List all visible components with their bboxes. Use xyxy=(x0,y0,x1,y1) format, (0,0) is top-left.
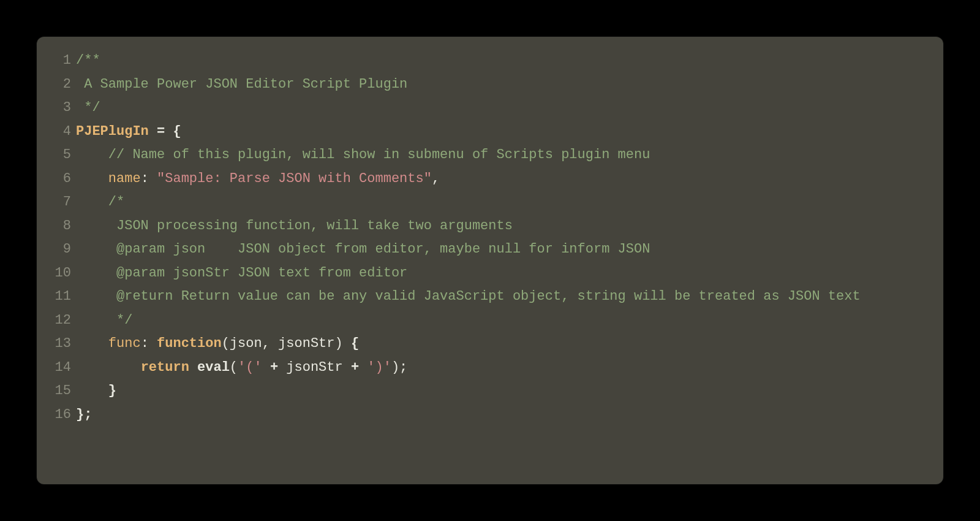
token-plain xyxy=(76,289,108,304)
line-content[interactable]: func: function(json, jsonStr) { xyxy=(75,332,929,356)
token-plain: ); xyxy=(391,360,407,375)
token-plain xyxy=(76,313,108,328)
line-number: 11 xyxy=(51,285,75,309)
token-param: jsonStr xyxy=(278,336,334,351)
code-line[interactable]: 16}; xyxy=(51,403,929,427)
line-number: 13 xyxy=(51,332,75,356)
token-comment: @param jsonStr JSON text from editor xyxy=(108,265,407,281)
line-content[interactable]: */ xyxy=(75,96,929,120)
token-op: + xyxy=(270,360,278,375)
line-content[interactable]: return eval('(' + jsonStr + ')'); xyxy=(75,356,929,380)
token-op: + xyxy=(351,360,359,375)
line-number: 5 xyxy=(51,143,75,167)
token-comment: A Sample Power JSON Editor Script Plugin xyxy=(76,77,407,92)
token-plain: , xyxy=(262,336,278,351)
code-line[interactable]: 3 */ xyxy=(51,96,929,120)
line-content[interactable]: /* xyxy=(75,191,929,215)
token-punc: { xyxy=(351,336,359,351)
token-plain: : xyxy=(141,336,157,351)
code-line[interactable]: 14 return eval('(' + jsonStr + ')'); xyxy=(51,356,929,380)
token-comment: // Name of this plugin, will show in sub… xyxy=(108,147,650,162)
line-content[interactable]: PJEPlugIn = { xyxy=(75,120,929,144)
token-plain xyxy=(149,124,157,139)
token-kw: return xyxy=(141,360,189,375)
code-line[interactable]: 13 func: function(json, jsonStr) { xyxy=(51,332,929,356)
token-string: '(' xyxy=(238,360,262,375)
line-number: 16 xyxy=(51,403,75,427)
token-plain xyxy=(76,265,108,281)
token-key: name xyxy=(108,171,141,186)
token-comment: */ xyxy=(76,100,100,115)
token-plain xyxy=(76,218,108,234)
token-fn: eval xyxy=(197,360,230,375)
token-plain: ) xyxy=(335,336,351,351)
code-block[interactable]: 1/**2 A Sample Power JSON Editor Script … xyxy=(51,49,929,427)
token-comment: JSON processing function, will take two … xyxy=(108,218,513,234)
line-content[interactable]: @return Return value can be any valid Ja… xyxy=(75,285,929,309)
token-plain: : xyxy=(141,171,157,186)
line-number: 15 xyxy=(51,379,75,403)
token-plain: jsonStr xyxy=(278,360,351,375)
token-plain xyxy=(262,360,270,375)
token-plain xyxy=(76,360,141,375)
line-content[interactable]: JSON processing function, will take two … xyxy=(75,215,929,238)
line-number: 2 xyxy=(51,73,75,97)
code-editor-panel[interactable]: 1/**2 A Sample Power JSON Editor Script … xyxy=(37,37,943,484)
token-key: func xyxy=(108,336,141,351)
line-content[interactable]: } xyxy=(75,379,929,403)
code-line[interactable]: 4PJEPlugIn = { xyxy=(51,120,929,144)
line-content[interactable]: @param json JSON object from editor, may… xyxy=(75,238,929,262)
token-plain xyxy=(76,241,108,257)
code-line[interactable]: 9 @param json JSON object from editor, m… xyxy=(51,238,929,262)
token-op: = xyxy=(157,124,165,139)
token-kw: function xyxy=(157,336,222,351)
code-line[interactable]: 15 } xyxy=(51,379,929,403)
code-line[interactable]: 11 @return Return value can be any valid… xyxy=(51,285,929,309)
line-number: 6 xyxy=(51,167,75,191)
code-line[interactable]: 2 A Sample Power JSON Editor Script Plug… xyxy=(51,73,929,97)
line-number: 9 xyxy=(51,238,75,262)
token-comment: /** xyxy=(76,53,100,68)
token-plain xyxy=(76,147,108,162)
code-line[interactable]: 10 @param jsonStr JSON text from editor xyxy=(51,262,929,286)
code-line[interactable]: 5 // Name of this plugin, will show in s… xyxy=(51,143,929,167)
token-plain: , xyxy=(432,171,440,186)
code-line[interactable]: 8 JSON processing function, will take tw… xyxy=(51,215,929,238)
code-line[interactable]: 12 */ xyxy=(51,309,929,333)
line-content[interactable]: A Sample Power JSON Editor Script Plugin xyxy=(75,73,929,97)
line-number: 12 xyxy=(51,309,75,333)
token-comment: /* xyxy=(108,194,124,210)
line-number: 4 xyxy=(51,120,75,144)
token-plain: ( xyxy=(230,360,238,375)
token-plain xyxy=(76,383,108,398)
line-content[interactable]: /** xyxy=(75,49,929,73)
token-ident: PJEPlugIn xyxy=(76,124,149,139)
token-plain xyxy=(76,336,108,351)
line-content[interactable]: @param jsonStr JSON text from editor xyxy=(75,262,929,286)
code-line[interactable]: 1/** xyxy=(51,49,929,73)
token-comment: */ xyxy=(108,313,133,328)
token-comment: @return Return value can be any valid Ja… xyxy=(108,289,861,304)
token-punc: }; xyxy=(76,407,92,422)
token-string: "Sample: Parse JSON with Comments" xyxy=(157,171,432,186)
line-number: 10 xyxy=(51,262,75,286)
token-plain: ( xyxy=(222,336,230,351)
line-number: 14 xyxy=(51,356,75,380)
token-param: json xyxy=(230,336,262,351)
line-number: 7 xyxy=(51,191,75,215)
token-plain xyxy=(76,194,108,210)
token-plain xyxy=(359,360,367,375)
line-number: 8 xyxy=(51,215,75,238)
line-content[interactable]: */ xyxy=(75,309,929,333)
code-line[interactable]: 6 name: "Sample: Parse JSON with Comment… xyxy=(51,167,929,191)
line-number: 1 xyxy=(51,49,75,73)
token-string: ')' xyxy=(367,360,391,375)
line-content[interactable]: }; xyxy=(75,403,929,427)
token-plain xyxy=(76,171,108,186)
line-content[interactable]: // Name of this plugin, will show in sub… xyxy=(75,143,929,167)
line-content[interactable]: name: "Sample: Parse JSON with Comments"… xyxy=(75,167,929,191)
token-comment: @param json JSON object from editor, may… xyxy=(108,241,650,257)
token-punc: } xyxy=(108,383,116,398)
code-line[interactable]: 7 /* xyxy=(51,191,929,215)
line-number: 3 xyxy=(51,96,75,120)
